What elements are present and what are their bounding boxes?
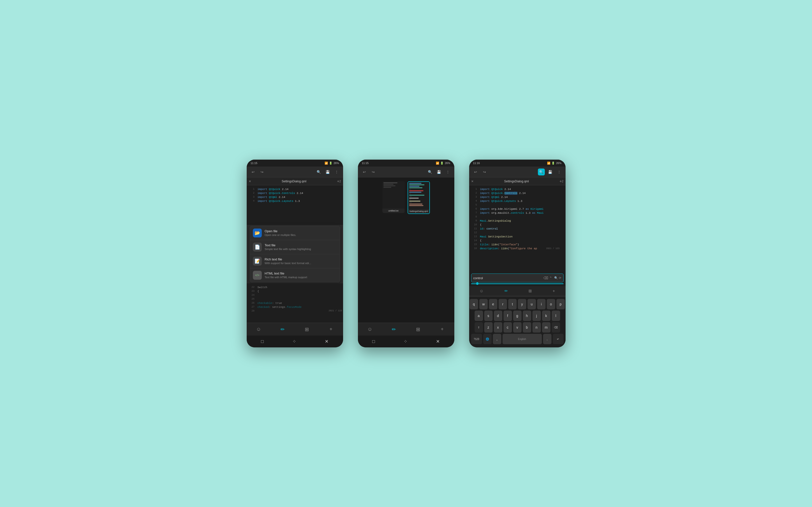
tab-add-3[interactable]: + [559,179,561,183]
key-enter[interactable]: ↵ [553,334,563,344]
pencil-btn-1[interactable]: ✏ [277,324,288,335]
snippet-emoji-3[interactable]: ☺ [480,289,484,293]
save-button-1[interactable]: 💾 [324,169,331,175]
key-t[interactable]: t [508,299,517,309]
save-button-3[interactable]: 💾 [547,169,554,175]
search-more-3[interactable]: 🔍 [554,276,558,280]
search-up-3[interactable]: ⌃ [549,276,552,280]
key-d[interactable]: d [494,311,502,321]
redo-button-2[interactable]: ↪ [370,169,377,175]
time-1: 11:15 [251,162,258,165]
key-period[interactable]: . [543,334,551,344]
redo-button-3[interactable]: ↪ [481,169,488,175]
key-v[interactable]: v [513,322,522,333]
emoji-btn-2[interactable]: ☺ [364,324,375,335]
battery-3: 26% [556,162,561,165]
add-btn-2[interactable]: + [437,324,448,335]
dots-nav-1[interactable]: ⁘ [292,339,296,344]
position-indicator-3: 2821 / 123 [546,246,559,250]
undo-button-3[interactable]: ↩ [472,169,479,175]
key-123[interactable]: ?123 [471,334,482,344]
key-globe[interactable]: 🌐 [483,334,492,344]
search-bar-3[interactable]: control ⌫ ⌃ 🔍 ⟳ [471,274,563,282]
emoji-btn-1[interactable]: ☺ [253,324,264,335]
thumb-settings[interactable]: SettingsDialog.qml [408,181,430,214]
bottom-toolbar-2: ☺ ✏ ⊞ + [358,323,454,336]
more-button-2[interactable]: ⋮ [444,169,451,175]
key-l[interactable]: l [552,311,560,321]
key-x[interactable]: x [494,322,502,333]
search-button-1[interactable]: 🔍 [315,169,322,175]
search-clear-3[interactable]: ⌫ [543,276,548,280]
key-backspace[interactable]: ⌫ [552,322,560,333]
position-indicator-1: 2821 / 123 [328,309,342,313]
key-n[interactable]: n [532,322,541,333]
key-s[interactable]: s [484,311,493,321]
key-q[interactable]: q [470,299,478,309]
keyboard-row-2: a s d f g h j k l [471,311,563,321]
key-b[interactable]: b [523,322,531,333]
key-f[interactable]: f [503,311,512,321]
undo-button-1[interactable]: ↩ [250,169,257,175]
key-e[interactable]: e [489,299,497,309]
rich-file-desc: With support for basic text format edi..… [265,262,311,265]
tab-add-1[interactable]: + [337,179,339,183]
close-nav-2[interactable]: ✕ [436,339,440,344]
more-button-3[interactable]: ⋮ [556,169,562,175]
key-a[interactable]: a [475,311,483,321]
grid-btn-1[interactable]: ⊞ [301,324,312,335]
key-g[interactable]: g [513,311,522,321]
snippet-pencil-3[interactable]: ✏ [504,289,508,293]
menu-item-open[interactable]: 📂 Open file Open one or multiple files. [250,226,340,240]
menu-item-html[interactable]: </> HTML text file Text file with HTML m… [250,268,340,282]
save-button-2[interactable]: 💾 [436,169,442,175]
key-r[interactable]: r [499,299,507,309]
key-m[interactable]: m [542,322,550,333]
square-nav-1[interactable]: □ [261,339,264,344]
menu-item-rich[interactable]: 📝 Rich text file With support for basic … [250,254,340,268]
key-c[interactable]: c [503,322,512,333]
text-file-desc: Simple text file with syntax highlightin… [265,247,311,250]
phone-1: 11:15 📶 🔋 26% ↩ ↪ 🔍 💾 ⋮ ✕ SettingsDialog… [247,160,343,347]
nav-bar-1: □ ⁘ ✕ [247,336,343,347]
snippet-grid-3[interactable]: ⊞ [529,289,532,293]
key-i[interactable]: i [537,299,546,309]
snippet-add-3[interactable]: + [553,289,555,293]
key-w[interactable]: w [479,299,488,309]
key-k[interactable]: k [542,311,550,321]
tab-close-3[interactable]: ✕ [471,180,474,183]
bottom-toolbar-1: ☺ ✏ ⊞ + [247,323,343,336]
search-container-3: control ⌫ ⌃ 🔍 ⟳ [469,272,565,286]
toolbar-3: ↩ ↪ 🔍 💾 ⋮ [469,167,565,177]
key-space[interactable]: English [502,334,542,344]
search-button-3[interactable]: 🔍 [538,169,545,175]
thumb-untitled[interactable]: untitled.txt [382,181,404,213]
code-area-bottom-1: 22 Switch 23 { 24 25 26 checkable: true … [247,283,343,323]
key-shift[interactable]: ⇧ [475,322,483,333]
key-y[interactable]: y [518,299,526,309]
more-button-1[interactable]: ⋮ [333,169,340,175]
pencil-btn-2[interactable]: ✏ [389,324,399,335]
dots-nav-2[interactable]: ⁘ [403,339,408,344]
key-j[interactable]: j [532,311,541,321]
key-comma[interactable]: , [493,334,501,344]
add-btn-1[interactable]: + [326,324,336,335]
search-button-2[interactable]: 🔍 [427,169,434,175]
search-input-3[interactable]: control [473,276,543,280]
key-h[interactable]: h [523,311,531,321]
redo-button-1[interactable]: ↪ [259,169,266,175]
close-nav-1[interactable]: ✕ [325,339,328,344]
key-u[interactable]: u [528,299,536,309]
search-indicator-3 [471,283,563,284]
key-z[interactable]: z [484,322,493,333]
html-file-title: HTML text file [265,272,307,275]
square-nav-2[interactable]: □ [372,339,375,344]
thumbnail-area-2: untitled.txt [358,177,454,254]
tab-close-1[interactable]: ✕ [249,180,251,183]
grid-btn-2[interactable]: ⊞ [413,324,423,335]
key-p[interactable]: p [556,299,565,309]
menu-item-text[interactable]: 📄 Text file Simple text file with syntax… [250,240,340,254]
replace-btn-3[interactable]: ⟳ [559,276,561,280]
key-o[interactable]: o [547,299,555,309]
undo-button-2[interactable]: ↩ [361,169,368,175]
